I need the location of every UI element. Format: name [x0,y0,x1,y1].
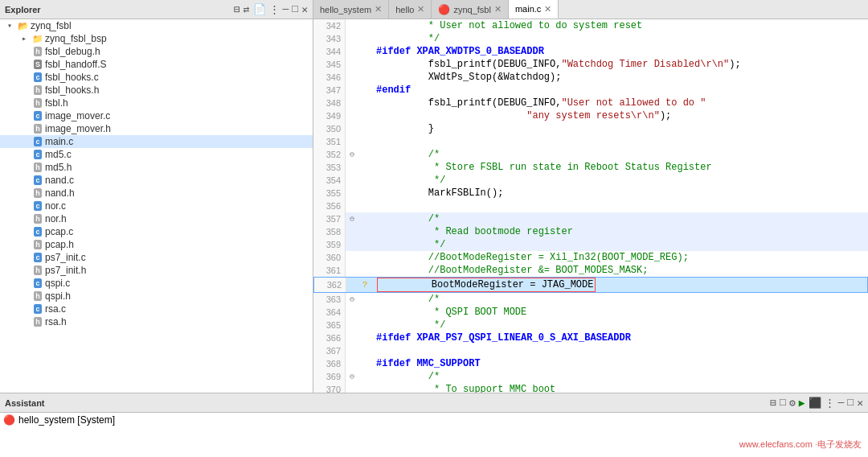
tree-icon-main.c: c [31,137,45,146]
line-number-362: 362 [314,278,346,292]
assistant-run-icon[interactable]: ▶ [799,397,805,410]
collapse-icon[interactable]: ⊟ [234,3,240,16]
link-icon[interactable]: ⇄ [244,3,250,16]
code-line-351[interactable]: 351 [313,135,868,148]
tree-item-zynq_fsbl[interactable]: ▾📂zynq_fsbl [0,19,313,32]
close-icon[interactable]: ✕ [301,3,308,16]
tree-item-image_mover.c[interactable]: cimage_mover.c [0,109,313,122]
menu-icon[interactable]: ⋮ [269,3,280,16]
code-line-353[interactable]: 353 * Store FSBL run state in Reboot Sta… [313,161,868,174]
line-code-368: #ifdef MMC_SUPPORT [370,357,481,370]
fold-icon-363[interactable]: ⊖ [350,294,354,304]
code-line-348[interactable]: 348 fsbl_printf(DEBUG_INFO,"User not all… [313,97,868,109]
fold-icon-357[interactable]: ⊖ [350,214,354,224]
code-line-370[interactable]: 370 * To support MMC boot [313,383,868,393]
code-line-349[interactable]: 349 "any system resets\r\n"); [313,109,868,122]
tree-item-pcap.c[interactable]: cpcap.c [0,225,313,238]
code-line-360[interactable]: 360 //BootModeRegister = Xil_In32(BOOT_M… [313,251,868,264]
fold-marker-358 [346,225,358,238]
fold-marker-357[interactable]: ⊖ [346,212,358,225]
line-number-346: 346 [313,71,346,84]
code-line-358[interactable]: 358 * Read bootmode register [313,225,868,238]
tab-main_c[interactable]: main.c✕ [509,0,559,19]
tree-item-zynq_fsbl_bsp[interactable]: ▸📁zynq_fsbl_bsp [0,32,313,45]
fold-marker-363[interactable]: ⊖ [346,293,358,306]
code-line-354[interactable]: 354 */ [313,174,868,187]
tree-item-main.c[interactable]: cmain.c [0,135,313,148]
code-line-345[interactable]: 345 fsbl_printf(DEBUG_INFO,"Watchdog Tim… [313,58,868,71]
fold-marker-369[interactable]: ⊖ [346,370,358,383]
code-line-350[interactable]: 350 } [313,122,868,135]
code-line-365[interactable]: 365 */ [313,319,868,331]
tab-hello_system[interactable]: hello_system✕ [313,0,389,19]
new-file-icon[interactable]: 📄 [253,3,266,16]
code-line-346[interactable]: 346 XWdtPs_Stop(&Watchdog); [313,71,868,84]
code-line-367[interactable]: 367 [313,344,868,357]
tree-icon-pcap.c: c [31,227,45,237]
code-line-363[interactable]: 363⊖ /* [313,293,868,306]
tree-label-qspi.c: qspi.c [45,278,70,289]
assistant-menu-icon[interactable]: ⋮ [825,397,835,410]
assistant-stop-icon[interactable]: ⬛ [809,397,821,410]
assistant-close-icon[interactable]: ✕ [857,397,863,410]
code-line-352[interactable]: 352⊖ /* [313,148,868,161]
tab-close-hello_system[interactable]: ✕ [375,4,382,14]
tree-item-md5.h[interactable]: hmd5.h [0,161,313,174]
code-line-362[interactable]: 362? BootModeRegister = JTAG_MODE [313,277,868,293]
tab-close-main_c[interactable]: ✕ [544,4,551,14]
code-line-364[interactable]: 364 * QSPI BOOT MODE [313,306,868,319]
tree-item-qspi.h[interactable]: hqspi.h [0,290,313,303]
code-line-342[interactable]: 342 * User not allowed to do system rese… [313,19,868,32]
tree-item-fsbl_handoff.S[interactable]: Sfsbl_handoff.S [0,58,313,71]
line-number-357: 357 [313,212,346,225]
code-line-361[interactable]: 361 //BootModeRegister &= BOOT_MODES_MAS… [313,264,868,277]
code-line-359[interactable]: 359 */ [313,238,868,251]
code-line-366[interactable]: 366#ifdef XPAR_PS7_QSPI_LINEAR_0_S_AXI_B… [313,331,868,344]
tree-item-rsa.h[interactable]: hrsa.h [0,315,313,328]
code-line-357[interactable]: 357⊖ /* [313,212,868,225]
fold-icon-369[interactable]: ⊖ [350,372,354,381]
tree-item-nor.h[interactable]: hnor.h [0,212,313,225]
tree-item-fsbl.h[interactable]: hfsbl.h [0,97,313,109]
assistant-toolbar: ⊟ □ ⚙ ▶ ⬛ ⋮ — □ ✕ [770,397,863,410]
tree-item-nor.c[interactable]: cnor.c [0,200,313,212]
tree-item-image_mover.h[interactable]: himage_mover.h [0,122,313,135]
line-code-363: /* [370,293,440,306]
tree-item-fsbl_hooks.c[interactable]: cfsbl_hooks.c [0,71,313,84]
line-code-353: * Store FSBL run state in Reboot Status … [370,161,712,174]
tab-close-hello[interactable]: ✕ [417,4,424,14]
assistant-collapse-icon[interactable]: ⊟ [770,397,776,410]
code-line-355[interactable]: 355 MarkFSBLIn(); [313,187,868,200]
line-number-343: 343 [313,32,346,45]
maximize-icon[interactable]: □ [292,3,298,15]
code-line-343[interactable]: 343 */ [313,32,868,45]
tree-item-md5.c[interactable]: cmd5.c [0,148,313,161]
tab-hello[interactable]: hello✕ [389,0,432,19]
code-line-356[interactable]: 356 [313,200,868,212]
code-line-368[interactable]: 368#ifdef MMC_SUPPORT [313,357,868,370]
tree-item-nand.h[interactable]: hnand.h [0,187,313,200]
tree-item-ps7_init.c[interactable]: cps7_init.c [0,251,313,264]
tree-item-fsbl_debug.h[interactable]: hfsbl_debug.h [0,45,313,58]
tree-item-ps7_init.h[interactable]: hps7_init.h [0,264,313,277]
assistant-gear-icon[interactable]: ⚙ [789,397,796,410]
minimize-icon[interactable]: — [283,3,289,15]
code-editor[interactable]: 342 * User not allowed to do system rese… [313,19,868,393]
code-line-344[interactable]: 344#ifdef XPAR_XWDTPS_0_BASEADDR [313,45,868,58]
assistant-new-icon[interactable]: □ [780,397,786,409]
line-marker-346 [358,71,370,84]
code-line-369[interactable]: 369⊖ /* [313,370,868,383]
tab-zynq_fsbl[interactable]: 🔴zynq_fsbl✕ [432,0,508,19]
fold-marker-352[interactable]: ⊖ [346,148,358,161]
tab-close-zynq_fsbl[interactable]: ✕ [494,4,502,14]
tree-item-fsbl_hooks.h[interactable]: hfsbl_hooks.h [0,84,313,97]
assistant-minimize-icon[interactable]: — [838,397,845,409]
tree-item-nand.c[interactable]: cnand.c [0,174,313,187]
tree-item-qspi.c[interactable]: cqspi.c [0,277,313,290]
code-line-347[interactable]: 347#endif [313,84,868,97]
line-code-355: MarkFSBLIn(); [370,187,503,200]
fold-icon-352[interactable]: ⊖ [350,150,354,159]
tree-item-pcap.h[interactable]: hpcap.h [0,238,313,251]
tree-item-rsa.c[interactable]: crsa.c [0,303,313,315]
assistant-maximize-icon[interactable]: □ [847,397,854,409]
